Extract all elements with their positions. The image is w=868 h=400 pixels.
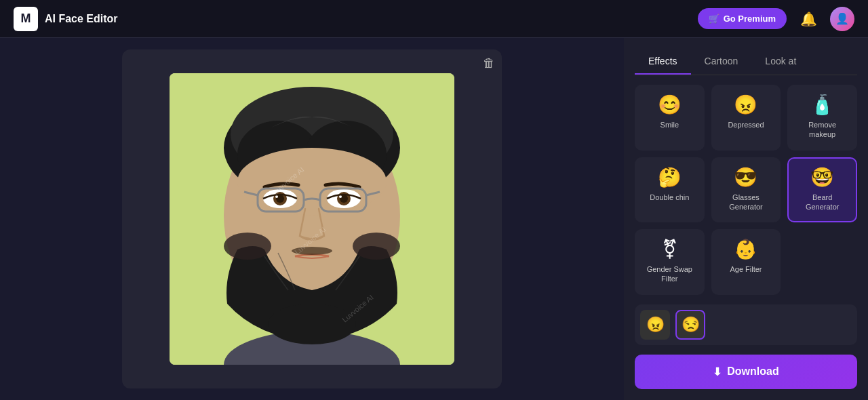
avatar-icon: 👤 — [835, 12, 849, 25]
image-container: 🗑 — [122, 49, 502, 388]
tab-effects[interactable]: Effects — [635, 49, 691, 75]
effect-depressed[interactable]: 😠 Depressed — [711, 85, 781, 151]
trash-icon: 🗑 — [483, 56, 495, 70]
download-button[interactable]: ⬇ Download — [635, 355, 857, 389]
face-svg: Luvvoice AI Luvvoice AI Luvvoice AI — [170, 73, 454, 365]
svg-point-22 — [353, 233, 400, 260]
smile-emoji: 😊 — [658, 96, 682, 115]
download-icon: ⬇ — [713, 365, 722, 378]
tab-look-at[interactable]: Look at — [751, 49, 810, 75]
preview-strip: 😠 😒 — [635, 304, 857, 345]
header-right: 🛒 Go Premium 🔔 👤 — [698, 7, 854, 31]
svg-point-20 — [268, 304, 356, 344]
canvas-area: 🗑 — [0, 38, 624, 400]
remove-makeup-emoji: 🧴 — [810, 96, 834, 115]
depressed-label: Depressed — [728, 120, 764, 129]
effect-gender-swap[interactable]: ⚧ Gender Swap Filter — [635, 229, 705, 295]
logo-text: M — [21, 12, 31, 26]
download-label: Download — [727, 365, 778, 378]
effect-age-filter[interactable]: 👶 Age Filter — [711, 229, 781, 295]
effect-glasses-generator[interactable]: 😎 Glasses Generator — [711, 157, 781, 223]
remove-makeup-label: Remove makeup — [795, 120, 849, 140]
preview-thumb-2[interactable]: 😒 — [675, 310, 705, 340]
right-panel: Effects Cartoon Look at 😊 Smile 😠 Depres… — [624, 38, 868, 400]
effect-remove-makeup[interactable]: 🧴 Remove makeup — [787, 85, 857, 151]
preview-emoji-1: 😠 — [646, 316, 665, 334]
effect-double-chin[interactable]: 🤔 Double chin — [635, 157, 705, 223]
delete-button[interactable]: 🗑 — [483, 56, 495, 71]
notification-button[interactable]: 🔔 — [796, 7, 821, 31]
premium-label: Go Premium — [724, 14, 776, 24]
app-title: AI Face Editor — [45, 13, 118, 25]
effect-smile[interactable]: 😊 Smile — [635, 85, 705, 151]
glasses-emoji: 😎 — [734, 168, 757, 187]
smile-label: Smile — [660, 120, 679, 129]
main-content: 🗑 — [0, 38, 868, 400]
gender-swap-emoji: ⚧ — [662, 240, 677, 259]
preview-thumb-1[interactable]: 😠 — [640, 310, 670, 340]
cart-icon: 🛒 — [709, 14, 719, 24]
beard-label: Beard Generator — [795, 193, 849, 212]
go-premium-button[interactable]: 🛒 Go Premium — [698, 8, 787, 29]
face-image: Luvvoice AI Luvvoice AI Luvvoice AI — [170, 73, 454, 365]
effect-beard-generator[interactable]: 🤓 Beard Generator — [787, 157, 857, 223]
age-filter-emoji: 👶 — [734, 240, 757, 259]
tab-cartoon[interactable]: Cartoon — [691, 49, 752, 75]
double-chin-emoji: 🤔 — [658, 168, 682, 187]
age-filter-label: Age Filter — [730, 264, 762, 274]
logo-box: M — [14, 7, 38, 31]
svg-point-8 — [237, 148, 387, 216]
beard-emoji: 🤓 — [810, 168, 834, 187]
gender-swap-label: Gender Swap Filter — [643, 264, 696, 284]
bell-icon: 🔔 — [800, 11, 817, 27]
user-avatar-button[interactable]: 👤 — [830, 7, 854, 31]
tabs-bar: Effects Cartoon Look at — [635, 49, 857, 75]
depressed-emoji: 😠 — [734, 96, 757, 115]
preview-emoji-2: 😒 — [682, 316, 700, 334]
svg-point-21 — [224, 233, 271, 260]
header-left: M AI Face Editor — [14, 7, 118, 31]
effects-grid: 😊 Smile 😠 Depressed 🧴 Remove makeup 🤔 Do… — [635, 85, 857, 295]
header: M AI Face Editor 🛒 Go Premium 🔔 👤 — [0, 0, 868, 38]
glasses-label: Glasses Generator — [719, 193, 773, 212]
double-chin-label: Double chin — [650, 193, 689, 202]
